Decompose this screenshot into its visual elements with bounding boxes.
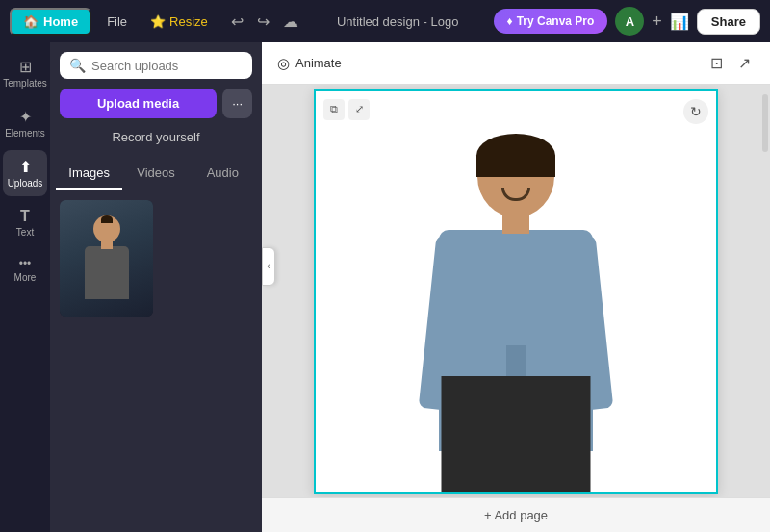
present-button[interactable]: ⊡ [706,50,727,76]
upload-row: Upload media ··· [50,85,262,122]
main-area: ⊞ Templates ✦ Elements ⬆ Uploads T Text … [0,42,770,532]
history-actions: ↩ ↪ ☁ [227,9,302,35]
sidebar-item-text[interactable]: T Text [3,200,47,245]
sidebar-item-more[interactable]: ••• More [3,249,47,291]
avatar-button[interactable]: A [615,7,644,36]
resize-button[interactable]: ⭐ Resize [142,10,216,34]
person-smile [501,188,530,201]
refresh-button[interactable]: ↻ [683,99,708,124]
uploads-panel: 🔍 Upload media ··· Record yourself Image… [50,42,262,532]
list-item[interactable] [60,200,153,317]
fullscreen-button[interactable]: ⤢ [348,99,370,120]
canvas-bottom-bar: + Add page [262,497,770,532]
topbar-right-actions: ♦ Try Canva Pro A + 📊 Share [494,7,760,36]
fullscreen-icon: ⤢ [355,103,364,115]
canvas-person-image[interactable] [420,126,612,492]
frame-tools: ⧉ ⤢ [323,99,370,120]
media-grid [50,190,262,532]
document-title: Untitled design - Logo [310,14,486,29]
canvas-workspace: ↻ ⧉ ⤢ [262,85,770,497]
tab-images[interactable]: Images [56,158,122,190]
person-neck [502,213,529,234]
refresh-icon: ↻ [690,104,702,119]
canvas-area: ◎ Animate ⊡ ↗ [262,42,770,532]
person-pants [442,376,591,492]
star-icon: ⭐ [150,14,166,29]
sidebar-item-elements[interactable]: ✦ Elements [3,100,47,146]
home-button[interactable]: 🏠 Home [10,8,91,36]
home-icon: 🏠 [23,14,38,29]
tab-videos[interactable]: Videos [122,158,189,190]
undo-button[interactable]: ↩ [227,9,247,35]
chevron-left-icon: ‹ [267,261,270,271]
hide-panel-button[interactable]: ‹ [262,247,275,286]
share-button[interactable]: Share [697,9,760,35]
search-icon: 🔍 [69,58,86,73]
try-pro-button[interactable]: ♦ Try Canva Pro [494,9,608,34]
share-design-button[interactable]: ↗ [734,50,755,76]
search-box[interactable]: 🔍 [60,52,252,79]
elements-icon: ✦ [19,108,32,126]
search-input[interactable] [91,59,253,73]
upload-options-button[interactable]: ··· [222,89,252,118]
canvas-tools: ⊡ ↗ [706,50,755,76]
topbar: 🏠 Home File ⭐ Resize ↩ ↪ ☁ Untitled desi… [0,0,770,42]
crown-icon: ♦ [507,14,513,28]
icon-rail: ⊞ Templates ✦ Elements ⬆ Uploads T Text … [0,42,50,532]
canvas-topbar: ◎ Animate ⊡ ↗ [262,42,770,85]
person-hair [476,134,555,177]
search-area: 🔍 [50,42,262,85]
media-tabs: Images Videos Audio [56,158,256,190]
copy-button[interactable]: ⧉ [323,99,345,120]
uploads-icon: ⬆ [19,158,32,176]
tab-audio[interactable]: Audio [190,158,256,190]
redo-button[interactable]: ↪ [253,9,273,35]
animate-icon: ◎ [277,55,290,72]
templates-icon: ⊞ [19,58,32,76]
add-collaborator-button[interactable]: + [652,12,662,32]
add-page-button[interactable]: + Add page [484,508,548,522]
record-yourself-button[interactable]: Record yourself [60,124,252,150]
sidebar-item-uploads[interactable]: ⬆ Uploads [3,150,47,196]
canvas-frame[interactable]: ↻ ⧉ ⤢ [314,89,718,494]
sidebar-item-templates[interactable]: ⊞ Templates [3,50,47,96]
file-menu[interactable]: File [99,10,135,34]
animate-button[interactable]: ◎ Animate [277,55,342,72]
analytics-button[interactable]: 📊 [670,13,689,31]
upload-media-button[interactable]: Upload media [60,89,217,118]
copy-icon: ⧉ [330,103,338,115]
text-icon: T [20,208,30,225]
more-icon: ••• [19,257,32,270]
canvas-scrollbar[interactable] [762,94,768,152]
cloud-save-button[interactable]: ☁ [279,9,302,35]
